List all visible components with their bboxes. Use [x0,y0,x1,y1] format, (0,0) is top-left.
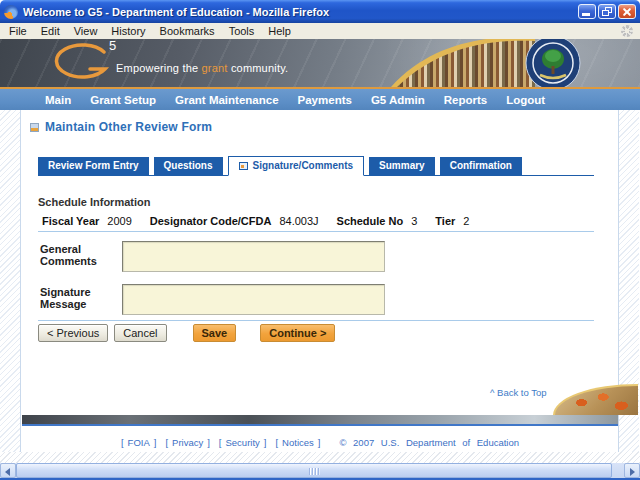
thumb-grip-icon [309,468,320,475]
tab-confirmation[interactable]: Confirmation [440,157,522,175]
schedule-no-value: 3 [411,215,417,227]
back-to-top-link[interactable]: ^ Back to Top [490,387,547,398]
footer-link-privacy[interactable]: [ Privacy ] [165,437,209,448]
menu-item-bookmarks[interactable]: Bookmarks [153,24,222,38]
fiscal-year-value: 2009 [107,215,131,227]
general-comments-label: General Comments [40,243,120,267]
education-seal-icon [525,39,581,87]
browser-window: Welcome to G5 - Department of Education … [0,0,640,480]
divider [38,231,594,232]
designator-code-label: Designator Code/CFDA [150,215,272,227]
cancel-button[interactable]: Cancel [114,324,166,342]
nav-item-grant-setup[interactable]: Grant Setup [90,94,156,106]
main-navigation: Main Grant Setup Grant Maintenance Payme… [0,89,640,110]
page-content: Maintain Other Review Form Review Form E… [22,110,618,415]
signature-message-textarea[interactable] [122,284,385,315]
minimize-icon [582,13,590,16]
footer-link-security[interactable]: [ Security ] [219,437,267,448]
nav-item-payments[interactable]: Payments [298,94,352,106]
schedule-info-row: Fiscal Year 2009 Designator Code/CFDA 84… [42,215,487,227]
footer-link-notices[interactable]: [ Notices ] [275,437,320,448]
scroll-left-icon [5,468,10,476]
tab-questions[interactable]: Questions [154,157,223,175]
bottom-edge-pattern [0,452,640,463]
footer-link-foia[interactable]: [ FOIA ] [121,437,156,448]
schedule-no-label: Schedule No [337,215,404,227]
horizontal-scrollbar[interactable] [0,463,640,478]
previous-button[interactable]: < Previous [38,324,108,342]
firefox-icon [4,5,18,19]
page-title-row: Maintain Other Review Form [30,120,212,134]
copyright-text: © 2007 U.S. Department of Education [339,437,519,448]
button-row: < Previous Cancel Save Continue > [38,324,335,342]
g5-logo-icon [52,43,110,83]
menu-item-edit[interactable]: Edit [34,24,67,38]
scroll-right-button[interactable] [624,463,640,478]
menu-item-help[interactable]: Help [261,24,298,38]
menu-item-tools[interactable]: Tools [222,24,262,38]
tab-bar: Review Form Entry Questions Signature/Co… [38,157,594,176]
nav-item-g5-admin[interactable]: G5 Admin [371,94,425,106]
menu-item-history[interactable]: History [104,24,152,38]
save-button[interactable]: Save [193,324,237,342]
metal-bar-image [22,415,618,426]
section-title: Schedule Information [38,196,150,208]
tier-value: 2 [463,215,469,227]
menu-bar: File Edit View History Bookmarks Tools H… [0,23,640,39]
signature-message-label: Signature Message [40,286,120,310]
form-bullet-icon [30,123,39,132]
title-bar: Welcome to G5 - Department of Education … [0,0,640,23]
tier-label: Tier [435,215,455,227]
divider [38,320,594,321]
continue-button[interactable]: Continue > [260,324,335,342]
menu-item-view[interactable]: View [67,24,105,38]
left-edge-pattern [0,110,21,452]
minimize-button[interactable] [578,4,596,19]
tab-summary[interactable]: Summary [369,157,435,175]
active-tab-marker-icon [239,162,248,170]
close-button[interactable] [618,4,636,19]
tab-review-form-entry[interactable]: Review Form Entry [38,157,149,175]
footer: [ FOIA ] [ Privacy ] [ Security ] [ Noti… [0,437,640,448]
menu-item-file[interactable]: File [2,24,34,38]
nav-item-logout[interactable]: Logout [506,94,545,106]
tagline-accent: grant [202,62,228,74]
tagline: Empowering the grant community. [116,62,288,74]
scrollbar-thumb[interactable] [16,463,612,478]
general-comments-textarea[interactable] [122,241,385,272]
logo-number: 5 [109,39,116,53]
window-title: Welcome to G5 - Department of Education … [23,6,578,18]
tab-label: Signature/Comments [253,160,354,171]
nav-item-reports[interactable]: Reports [444,94,487,106]
scroll-right-icon [630,468,635,476]
tab-signature-comments[interactable]: Signature/Comments [228,156,365,176]
fiscal-year-label: Fiscal Year [42,215,99,227]
scroll-left-button[interactable] [0,463,16,478]
page-title: Maintain Other Review Form [45,120,212,134]
header-banner: 5 Empowering the grant community. [0,39,640,87]
bookshelf-image [385,39,535,87]
restore-button[interactable] [598,4,616,19]
nav-item-main[interactable]: Main [45,94,71,106]
nav-item-grant-maintenance[interactable]: Grant Maintenance [175,94,279,106]
throbber-icon [621,25,633,37]
designator-code-value: 84.003J [279,215,318,227]
